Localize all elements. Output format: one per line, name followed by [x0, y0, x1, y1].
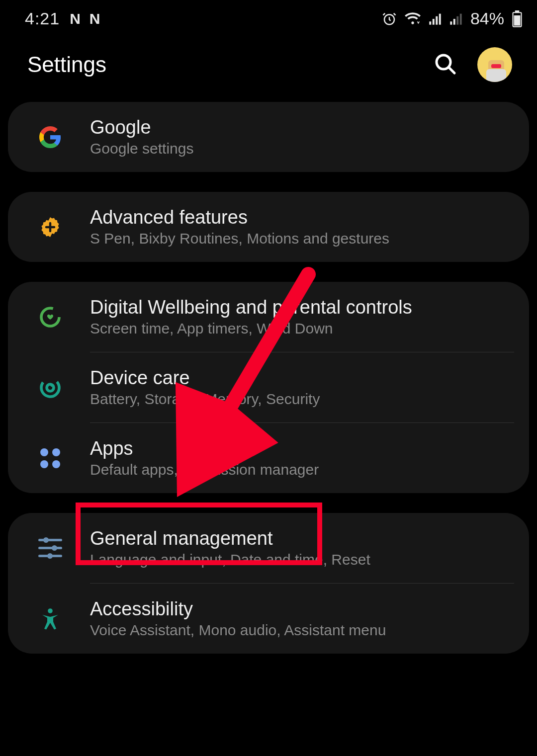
- row-title: Advanced features: [90, 207, 514, 228]
- settings-list: Google Google settings Advanced features…: [0, 102, 537, 654]
- row-subtitle: Screen time, App timers, Wind Down: [90, 320, 514, 337]
- row-title: Apps: [90, 438, 514, 459]
- svg-rect-11: [514, 15, 521, 25]
- svg-rect-1: [429, 21, 431, 25]
- row-title: Accessibility: [90, 598, 514, 620]
- row-subtitle: Google settings: [90, 140, 514, 157]
- settings-row-general-management[interactable]: General management Language and input, D…: [8, 513, 529, 583]
- svg-rect-2: [433, 19, 435, 25]
- settings-group: Google Google settings: [8, 102, 529, 172]
- search-button[interactable]: [434, 52, 457, 78]
- alarm-icon: [382, 11, 397, 26]
- settings-group: Advanced features S Pen, Bixby Routines,…: [8, 192, 529, 262]
- row-title: Device care: [90, 367, 514, 389]
- profile-avatar[interactable]: [477, 47, 512, 82]
- device-care-icon: [38, 375, 63, 400]
- status-left: 4:21 N N: [25, 9, 99, 28]
- row-subtitle: Language and input, Date and time, Reset: [90, 551, 514, 568]
- search-icon: [434, 70, 457, 78]
- page-title: Settings: [27, 52, 106, 77]
- row-subtitle: Battery, Storage, Memory, Security: [90, 391, 514, 408]
- svg-point-16: [48, 608, 53, 613]
- svg-point-14: [38, 376, 62, 400]
- signal-icon-1: [429, 12, 442, 25]
- gear-plus-icon: [38, 215, 63, 240]
- notification-icon-1: N: [70, 10, 80, 27]
- settings-row-accessibility[interactable]: Accessibility Voice Assistant, Mono audi…: [8, 584, 529, 654]
- row-subtitle: Voice Assistant, Mono audio, Assistant m…: [90, 622, 514, 639]
- battery-percent: 84%: [470, 9, 504, 28]
- google-icon: [38, 125, 63, 150]
- settings-row-apps[interactable]: Apps Default apps, Permission manager: [8, 423, 529, 493]
- notification-icon-2: N: [90, 10, 99, 27]
- signal-icon-2: [449, 12, 462, 25]
- svg-rect-5: [450, 21, 452, 25]
- row-subtitle: Default apps, Permission manager: [90, 461, 514, 478]
- row-title: General management: [90, 528, 514, 549]
- accessibility-icon: [38, 606, 63, 631]
- settings-header: Settings: [0, 37, 537, 102]
- status-right: 84%: [382, 9, 522, 28]
- svg-rect-4: [439, 13, 441, 24]
- settings-row-google[interactable]: Google Google settings: [8, 102, 529, 172]
- svg-rect-3: [436, 16, 438, 24]
- wellbeing-icon: [38, 305, 63, 330]
- avatar-body: [486, 69, 506, 82]
- sliders-icon: [38, 536, 63, 561]
- header-actions: [434, 47, 512, 82]
- settings-row-advanced-features[interactable]: Advanced features S Pen, Bixby Routines,…: [8, 192, 529, 262]
- wifi-icon: [405, 11, 421, 26]
- svg-rect-7: [456, 16, 458, 24]
- settings-row-device-care[interactable]: Device care Battery, Storage, Memory, Se…: [8, 352, 529, 422]
- status-bar: 4:21 N N 84%: [0, 0, 537, 37]
- svg-rect-8: [460, 13, 462, 24]
- settings-row-digital-wellbeing[interactable]: Digital Wellbeing and parental controls …: [8, 282, 529, 352]
- avatar-mouth: [491, 64, 501, 68]
- settings-group: Digital Wellbeing and parental controls …: [8, 282, 529, 493]
- apps-icon: [38, 446, 63, 471]
- svg-rect-6: [453, 19, 455, 25]
- battery-icon: [512, 10, 522, 27]
- row-title: Digital Wellbeing and parental controls: [90, 297, 514, 318]
- status-time: 4:21: [25, 9, 60, 28]
- row-subtitle: S Pen, Bixby Routines, Motions and gestu…: [90, 230, 514, 247]
- settings-group: General management Language and input, D…: [8, 513, 529, 654]
- row-title: Google: [90, 117, 514, 138]
